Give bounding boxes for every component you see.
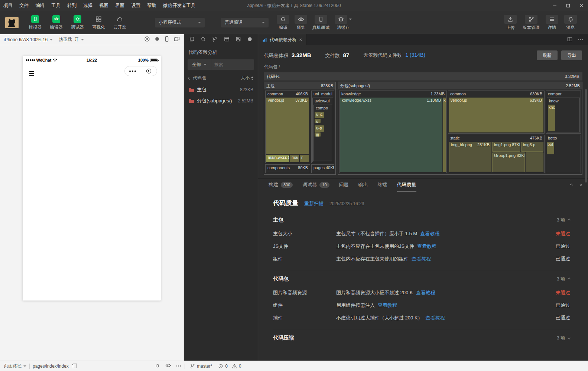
sort-button[interactable]: 大小: [241, 75, 253, 81]
menu-settings[interactable]: 设置: [128, 0, 144, 11]
mode-select[interactable]: 小程序模式: [155, 18, 205, 27]
treemap-dir-bottom[interactable]: botto bot: [546, 135, 581, 173]
refresh-button[interactable]: 刷新: [537, 50, 558, 60]
toolbar-simulator-button[interactable]: 模拟器: [26, 15, 44, 30]
treemap-file-img-bk[interactable]: img_bk.png 231KB: [449, 142, 491, 172]
more-icon[interactable]: [578, 39, 583, 40]
console-tab-code-quality[interactable]: 代码质量: [397, 179, 416, 191]
menu-help[interactable]: 帮助: [144, 0, 160, 11]
tutorial-link[interactable]: 查看教程: [420, 230, 439, 237]
vconsole-icon[interactable]: [155, 363, 160, 370]
device-debug-button[interactable]: 真机调试: [312, 15, 329, 30]
treemap-dir-components-inner[interactable]: compo u-ic u u-p lil: [314, 105, 332, 161]
device-select[interactable]: iPhone 6/7/8 100% 16: [4, 37, 53, 42]
treemap-file-main-js[interactable]: mai: [290, 155, 299, 162]
treemap-dir-pages[interactable]: pages 40KB: [311, 164, 334, 173]
page-path-select[interactable]: 页面路径: [4, 363, 26, 369]
copy-icon[interactable]: [72, 364, 75, 368]
details-button[interactable]: 详情: [546, 15, 558, 30]
treemap-file-group1[interactable]: Group1.png 83KB: [492, 152, 525, 172]
treemap-file[interactable]: knc: [548, 105, 555, 131]
filter-select[interactable]: 全部: [188, 59, 211, 70]
layout-icon[interactable]: [224, 36, 230, 43]
treemap-file-main-wxss[interactable]: main.wxss 5: [266, 155, 289, 162]
search-icon[interactable]: [201, 36, 206, 43]
menu-tools[interactable]: 工具: [48, 0, 64, 11]
close-button[interactable]: [575, 0, 588, 11]
hamburger-icon[interactable]: [29, 71, 34, 76]
save-icon[interactable]: [235, 36, 241, 43]
list-item-sub-package[interactable]: 分包(subpages/) 2.52MB: [188, 95, 254, 106]
back-button[interactable]: 代码包: [188, 75, 206, 81]
menu-devtools[interactable]: 微信开发者工具: [160, 0, 199, 11]
messages-button[interactable]: 消息: [564, 15, 577, 30]
tutorial-link[interactable]: 查看教程: [378, 302, 397, 309]
treemap-dir-know[interactable]: know knc: [547, 98, 580, 132]
clear-cache-button[interactable]: 清缓存: [335, 15, 352, 30]
preview-button[interactable]: 预览: [295, 15, 307, 30]
stat-value-link[interactable]: 1 (314B): [405, 52, 425, 58]
tab-close-icon[interactable]: [299, 38, 302, 41]
toolbar-debugger-button[interactable]: 调试器: [68, 15, 87, 30]
console-tab-build[interactable]: 构建 300: [269, 179, 293, 191]
multi-window-button[interactable]: [174, 36, 180, 43]
tutorial-link[interactable]: 查看教程: [426, 315, 445, 321]
menu-project[interactable]: 项目: [0, 0, 16, 11]
screenshot-button[interactable]: [155, 36, 160, 43]
scrollbar[interactable]: [585, 89, 587, 183]
menu-view[interactable]: 视图: [96, 0, 112, 11]
treemap-dir-common[interactable]: common 466KB vendor.js 373KB: [265, 91, 310, 163]
treemap-file[interactable]: r: [300, 155, 309, 162]
git-branch-icon[interactable]: [212, 36, 218, 43]
section-toggle[interactable]: 3 项: [557, 276, 570, 282]
treemap-dir-uview-ui[interactable]: uview-ui compo u-ic u: [312, 98, 333, 162]
treemap-file[interactable]: lil: [315, 132, 321, 137]
treemap-file[interactable]: bot: [547, 142, 554, 154]
treemap-main-package[interactable]: 主包 823KB common 466KB: [264, 82, 336, 175]
capsule-menu[interactable]: [124, 66, 157, 76]
upload-button[interactable]: 上传: [504, 15, 517, 30]
treemap-file[interactable]: u: [315, 119, 321, 123]
treemap-dir-components-sub[interactable]: compor know knc: [546, 91, 581, 134]
treemap-file-konwledge-wxss[interactable]: konwledge.wxss 1.18MB: [340, 98, 442, 172]
section-toggle[interactable]: 3 项: [557, 335, 570, 341]
treemap-dir-static[interactable]: static 476KB img_bk.png 231KB: [448, 135, 545, 173]
section-toggle[interactable]: 3 项: [557, 217, 570, 223]
tab-dependency-analysis[interactable]: 代码依赖分析: [258, 34, 306, 45]
treemap-dir-konwledge[interactable]: konwledge 1.23MB konwledge.wxss 1.18MB: [339, 91, 447, 173]
treemap-dir-components[interactable]: components 80KB: [265, 164, 310, 173]
list-item-main-package[interactable]: 主包 823KB: [188, 84, 254, 95]
toolbar-editor-button[interactable]: </> 编辑器: [47, 15, 65, 30]
tutorial-link[interactable]: 查看教程: [412, 256, 431, 262]
rescan-link[interactable]: 重新扫描: [304, 200, 324, 207]
toolbar-visualize-button[interactable]: 可视化: [90, 15, 108, 30]
minimize-button[interactable]: [548, 0, 561, 11]
treemap-file[interactable]: u-p: [315, 125, 324, 132]
treemap-file[interactable]: [526, 152, 543, 172]
treemap-sub-package[interactable]: 分包(subpages/) 2.52MB konwledge 1.23MB: [338, 82, 582, 175]
menu-goto[interactable]: 转到: [64, 0, 80, 11]
treemap-file[interactable]: u-ic: [315, 112, 324, 118]
git-branch-indicator[interactable]: master*: [190, 364, 212, 369]
console-tab-output[interactable]: 输出: [358, 179, 368, 191]
menu-file[interactable]: 文件: [16, 0, 32, 11]
menu-edit[interactable]: 编辑: [32, 0, 48, 11]
version-button[interactable]: 版本管理: [523, 15, 540, 30]
treemap-file-img1[interactable]: img1.png 87KB: [492, 142, 520, 152]
mini-program-menu-button[interactable]: [125, 70, 141, 72]
compile-mode-select[interactable]: 普通编译: [221, 18, 269, 27]
mini-program-close-button[interactable]: [141, 69, 157, 73]
treemap-root-bar[interactable]: 代码包 3.32MB: [264, 72, 582, 81]
close-panel-icon[interactable]: [579, 184, 582, 187]
avatar[interactable]: [5, 17, 19, 28]
export-button[interactable]: 导出: [561, 50, 582, 60]
record-button[interactable]: [144, 36, 150, 43]
menu-select[interactable]: 选择: [80, 0, 96, 11]
more-icon[interactable]: [176, 365, 181, 367]
hot-reload-toggle[interactable]: 热重载 开: [59, 36, 84, 43]
split-editor-icon[interactable]: [567, 36, 572, 43]
collapse-panel-icon[interactable]: [570, 184, 573, 187]
problems-indicator[interactable]: 0 0: [218, 364, 241, 369]
search-input[interactable]: [211, 62, 254, 67]
rotate-device-button[interactable]: [164, 36, 169, 43]
